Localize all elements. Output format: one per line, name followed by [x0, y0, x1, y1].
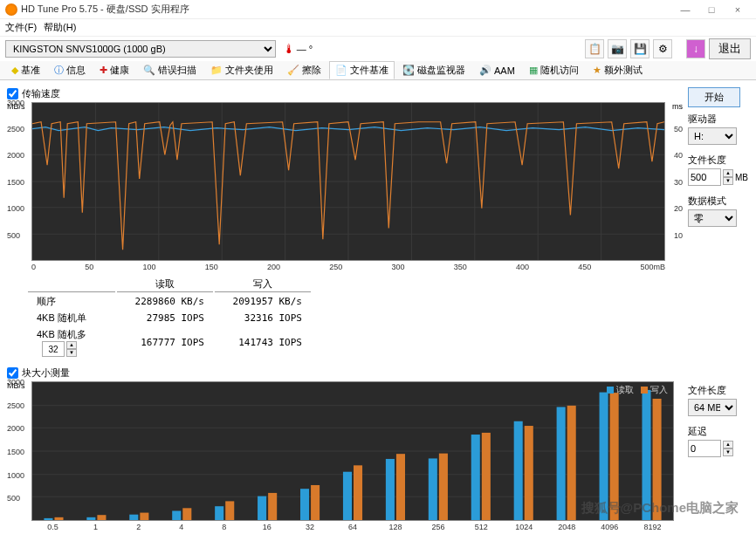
- drive-letter-select[interactable]: H:: [688, 127, 737, 145]
- drive-select[interactable]: KINGSTON SNVS1000G (1000 gB): [5, 40, 276, 58]
- tab-aam[interactable]: 🔊AAM: [473, 62, 521, 79]
- data-mode-select[interactable]: 零: [688, 209, 737, 227]
- options-icon[interactable]: ⚙: [653, 39, 672, 58]
- screenshot-icon[interactable]: 📷: [608, 39, 627, 58]
- tab-file-benchmark[interactable]: 📄文件基准: [329, 61, 395, 79]
- svg-rect-44: [567, 406, 576, 520]
- svg-rect-34: [354, 465, 362, 520]
- svg-rect-42: [525, 426, 533, 520]
- svg-rect-22: [97, 515, 106, 520]
- toolbar: KINGSTON SNVS1000G (1000 gB) 🌡 — ° 📋 📷 💾…: [0, 37, 756, 61]
- svg-rect-28: [225, 501, 234, 520]
- block-size-chart: 读取 写入: [31, 381, 674, 521]
- svg-rect-48: [653, 399, 662, 520]
- menu-help[interactable]: 帮助(H): [44, 21, 76, 34]
- spin-up[interactable]: ▲: [66, 341, 77, 349]
- minimize-button[interactable]: —: [672, 1, 698, 18]
- svg-rect-26: [182, 508, 191, 520]
- copy-icon[interactable]: 📋: [585, 39, 604, 58]
- right-axis-label: ms: [672, 102, 683, 111]
- delay-input[interactable]: [688, 440, 721, 457]
- svg-rect-36: [396, 454, 405, 520]
- refresh-icon[interactable]: ↓: [686, 39, 705, 58]
- spin-down[interactable]: ▼: [66, 349, 77, 357]
- tab-disk-monitor[interactable]: 💽磁盘监视器: [396, 61, 471, 79]
- svg-rect-30: [268, 493, 277, 520]
- content-area: 传输速度 MB/s ms: [0, 80, 756, 534]
- svg-rect-32: [311, 485, 320, 520]
- svg-rect-25: [172, 510, 181, 520]
- svg-rect-31: [300, 489, 309, 520]
- svg-rect-29: [258, 496, 266, 520]
- svg-rect-35: [386, 459, 395, 520]
- temperature-indicator: 🌡 — °: [283, 42, 313, 56]
- block-size-label: 块大小测量: [22, 366, 70, 380]
- menu-bar: 文件(F) 帮助(H): [0, 19, 756, 37]
- title-bar[interactable]: HD Tune Pro 5.75 - 硬盘/SSD 实用程序 — □ ×: [0, 0, 756, 19]
- side-panel: 开始 驱动器 H: 文件长度 ▲▼ MB 数据模式 零 文件长度 64 MB 延…: [688, 87, 749, 534]
- queue-depth-input[interactable]: [42, 341, 65, 357]
- file-length-input[interactable]: [688, 168, 721, 186]
- tab-error-scan[interactable]: 🔍错误扫描: [137, 61, 203, 79]
- svg-rect-43: [557, 407, 566, 520]
- svg-rect-19: [44, 518, 52, 520]
- thermometer-icon: 🌡: [283, 42, 295, 56]
- exit-button[interactable]: 退出: [709, 38, 751, 59]
- app-icon: [5, 3, 17, 16]
- svg-rect-20: [54, 517, 63, 520]
- tab-health[interactable]: ✚健康: [93, 61, 135, 79]
- save-icon[interactable]: 💾: [630, 39, 649, 58]
- svg-rect-37: [429, 458, 437, 520]
- menu-file[interactable]: 文件(F): [5, 21, 37, 34]
- svg-rect-38: [439, 454, 448, 520]
- svg-rect-27: [215, 506, 223, 520]
- tab-folder-usage[interactable]: 📁文件夹使用: [204, 61, 279, 79]
- results-table: 读取 写入 顺序2289860 KB/s2091957 KB/s 4KB 随机单…: [26, 275, 313, 359]
- tab-erase[interactable]: 🧹擦除: [281, 61, 327, 79]
- tab-extra-tests[interactable]: ★额外测试: [587, 61, 649, 79]
- tab-bar: ◆基准 ⓘ信息 ✚健康 🔍错误扫描 📁文件夹使用 🧹擦除 📄文件基准 💽磁盘监视…: [0, 61, 756, 80]
- maximize-button[interactable]: □: [698, 1, 725, 18]
- svg-rect-41: [514, 421, 523, 520]
- svg-rect-39: [471, 435, 480, 520]
- tab-info[interactable]: ⓘ信息: [48, 61, 92, 79]
- svg-rect-24: [140, 513, 148, 520]
- svg-rect-21: [86, 517, 95, 520]
- close-button[interactable]: ×: [725, 1, 751, 18]
- svg-rect-40: [482, 433, 491, 520]
- transfer-speed-label: 传输速度: [22, 87, 60, 100]
- window-title: HD Tune Pro 5.75 - 硬盘/SSD 实用程序: [21, 3, 672, 16]
- svg-rect-47: [642, 390, 650, 520]
- transfer-speed-chart: [31, 102, 665, 261]
- svg-rect-45: [600, 393, 608, 520]
- svg-rect-23: [129, 515, 138, 520]
- tab-benchmark[interactable]: ◆基准: [5, 61, 46, 79]
- svg-rect-33: [343, 472, 352, 520]
- tab-random-access[interactable]: ▦随机访问: [523, 61, 585, 79]
- file-length-2-select[interactable]: 64 MB: [688, 399, 737, 416]
- start-button[interactable]: 开始: [688, 87, 740, 107]
- svg-rect-46: [610, 393, 619, 520]
